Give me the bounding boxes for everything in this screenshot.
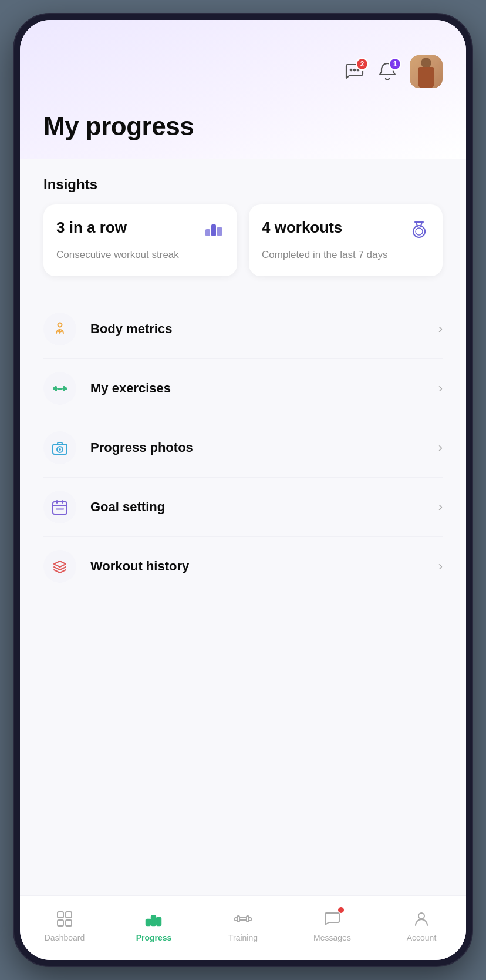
messages-nav-icon — [322, 908, 343, 929]
header-area: 2 1 My progress — [20, 20, 466, 159]
insight-card-streak[interactable]: 3 in a row Consecutive workout streak — [43, 204, 237, 276]
nav-item-dashboard[interactable]: Dashboard — [41, 908, 88, 942]
workout-history-label: Workout history — [90, 559, 438, 574]
svg-rect-22 — [58, 912, 63, 918]
progress-nav-label: Progress — [136, 933, 172, 942]
svg-rect-26 — [146, 919, 150, 925]
bar-chart-icon — [203, 219, 224, 242]
messages-nav-label: Messages — [313, 933, 351, 942]
training-nav-icon — [232, 908, 254, 929]
progress-photos-icon-wrap — [43, 431, 76, 464]
svg-point-34 — [419, 913, 424, 919]
svg-point-8 — [58, 323, 62, 327]
svg-rect-28 — [157, 918, 161, 925]
insight-card-workouts[interactable]: 4 workouts Completed in the last 7 days — [249, 204, 443, 276]
training-nav-label: Training — [228, 933, 258, 942]
menu-item-my-exercises[interactable]: My exercises › — [43, 359, 443, 418]
bottom-nav: Dashboard Progress — [20, 895, 466, 960]
nav-item-progress[interactable]: Progress — [130, 908, 177, 942]
menu-item-goal-setting[interactable]: Goal setting › — [43, 478, 443, 537]
svg-rect-24 — [58, 920, 63, 926]
svg-rect-5 — [217, 227, 222, 236]
avatar[interactable] — [410, 55, 443, 88]
svg-point-6 — [413, 226, 425, 237]
menu-item-progress-photos[interactable]: Progress photos › — [43, 418, 443, 478]
progress-photos-chevron: › — [438, 440, 443, 455]
dashboard-nav-icon — [54, 908, 75, 929]
svg-rect-16 — [57, 388, 63, 390]
svg-rect-4 — [211, 224, 216, 236]
medal-icon — [409, 219, 430, 242]
svg-rect-14 — [55, 386, 57, 391]
streak-value: 3 in a row — [56, 219, 127, 237]
dumbbell-icon — [52, 380, 68, 397]
goal-setting-icon-wrap — [43, 491, 76, 523]
account-nav-icon — [411, 908, 432, 929]
workouts-description: Completed in the last 7 days — [262, 248, 430, 262]
my-exercises-label: My exercises — [90, 381, 438, 396]
messages-nav-dot — [338, 907, 344, 913]
workout-history-icon-wrap — [43, 550, 76, 583]
svg-rect-27 — [151, 916, 156, 925]
svg-point-7 — [416, 228, 423, 235]
phone-screen: 2 1 My progress Insights — [20, 20, 466, 960]
nav-item-training[interactable]: Training — [220, 908, 266, 942]
person-icon — [52, 321, 68, 337]
insights-section-title: Insights — [43, 176, 443, 193]
camera-icon — [52, 439, 68, 456]
phone-shell: 2 1 My progress Insights — [14, 14, 472, 966]
nav-item-account[interactable]: Account — [398, 908, 445, 942]
workout-history-chevron: › — [438, 559, 443, 574]
insight-card-header-workouts: 4 workouts — [262, 219, 430, 242]
nav-item-messages[interactable]: Messages — [309, 908, 356, 942]
svg-rect-23 — [66, 912, 72, 918]
messages-icon-btn[interactable]: 2 — [344, 61, 365, 82]
svg-rect-33 — [239, 918, 247, 920]
body-metrics-icon-wrap — [43, 313, 76, 345]
calendar-icon — [52, 499, 68, 515]
insights-row: 3 in a row Consecutive workout streak — [43, 204, 443, 276]
streak-description: Consecutive workout streak — [56, 248, 224, 262]
menu-list: Body metrics › My exercises — [43, 300, 443, 596]
layers-icon — [52, 558, 68, 575]
notifications-badge: 1 — [389, 58, 401, 71]
avatar-image — [410, 55, 443, 88]
content-area: Insights 3 in a row — [20, 159, 466, 895]
svg-rect-3 — [205, 229, 210, 236]
menu-item-workout-history[interactable]: Workout history › — [43, 537, 443, 596]
top-bar: 2 1 — [43, 55, 443, 88]
messages-badge: 2 — [356, 58, 369, 71]
svg-rect-15 — [63, 386, 65, 391]
account-nav-label: Account — [407, 933, 437, 942]
goal-setting-chevron: › — [438, 499, 443, 515]
menu-item-body-metrics[interactable]: Body metrics › — [43, 300, 443, 359]
my-exercises-chevron: › — [438, 381, 443, 396]
body-metrics-chevron: › — [438, 321, 443, 337]
svg-point-19 — [59, 448, 61, 451]
svg-point-1 — [354, 69, 355, 71]
my-exercises-icon-wrap — [43, 372, 76, 405]
svg-rect-21 — [56, 508, 64, 510]
notifications-icon-btn[interactable]: 1 — [377, 61, 398, 82]
dashboard-nav-label: Dashboard — [45, 933, 85, 942]
progress-nav-icon — [143, 908, 164, 929]
body-metrics-label: Body metrics — [90, 321, 438, 337]
workouts-value: 4 workouts — [262, 219, 342, 237]
insight-card-header-streak: 3 in a row — [56, 219, 224, 242]
goal-setting-label: Goal setting — [90, 499, 438, 515]
svg-rect-25 — [66, 920, 72, 926]
page-title: My progress — [43, 112, 443, 141]
svg-point-0 — [350, 69, 352, 71]
progress-photos-label: Progress photos — [90, 440, 438, 455]
